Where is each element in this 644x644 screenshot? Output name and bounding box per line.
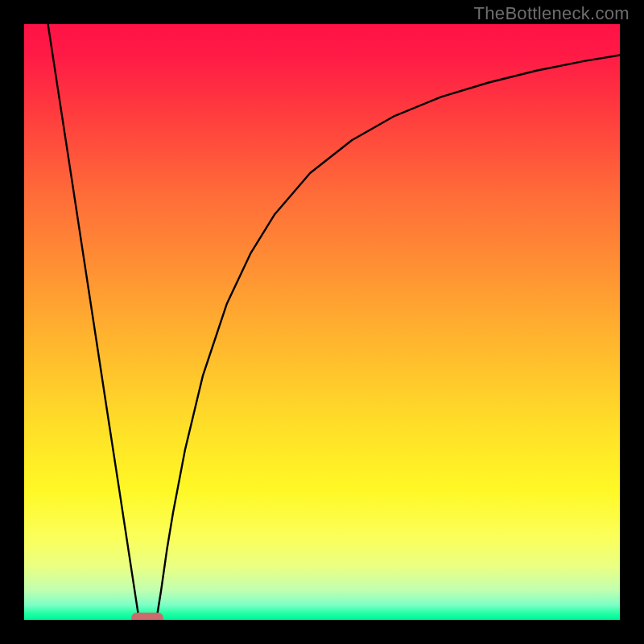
chart-frame: TheBottleneck.com xyxy=(0,0,644,644)
watermark-text: TheBottleneck.com xyxy=(474,3,630,24)
plot-area xyxy=(24,24,620,620)
curve-layer xyxy=(24,24,620,620)
curve-right-branch xyxy=(156,55,620,620)
bottleneck-marker xyxy=(131,613,163,620)
curve-left-branch xyxy=(48,24,139,620)
